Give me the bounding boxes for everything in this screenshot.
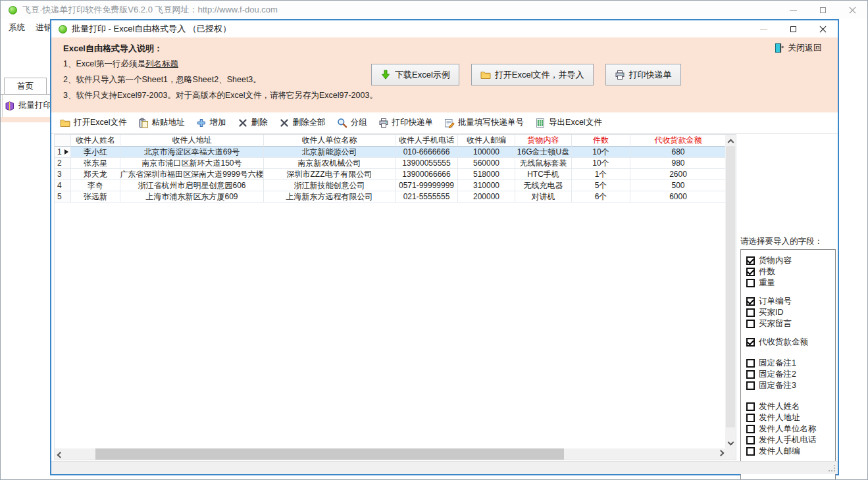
grid-cell[interactable]: 张远新 (71, 191, 120, 203)
tab-home[interactable]: 首页 (4, 78, 47, 95)
minimize-button[interactable] (779, 1, 808, 19)
table-row[interactable]: 3郑天龙广东省深圳市福田区深南大道9999号六楼深圳市ZZZ电子有限公司1390… (55, 169, 727, 180)
field-checkbox-item[interactable]: 买家ID (746, 307, 835, 318)
vertical-scrollbar[interactable] (725, 135, 736, 450)
grid-cell[interactable]: 16G金士顿U盘 (515, 147, 572, 158)
checkbox-icon[interactable] (746, 425, 755, 433)
grid-cell[interactable]: 310000 (458, 180, 515, 191)
grid-cell[interactable]: 518000 (458, 169, 515, 180)
sidebar-item-batch-print[interactable]: 批量打印 (5, 100, 51, 111)
grid-cell[interactable]: 680 (630, 147, 727, 158)
grid-cell[interactable]: HTC手机 (515, 169, 572, 180)
grid-cell[interactable]: 5个 (572, 180, 630, 191)
grid-cell[interactable]: 北京新能源公司 (264, 147, 396, 158)
grid-cell[interactable]: 500 (630, 180, 727, 191)
horizontal-scrollbar[interactable] (55, 448, 727, 460)
toolbar-button[interactable]: 打开Excel文件 (60, 117, 127, 128)
grid-cell[interactable]: 010-6666666 (396, 147, 458, 158)
dialog-close-button[interactable] (808, 20, 838, 37)
grid-cell[interactable]: 980 (630, 158, 727, 169)
toolbar-button[interactable]: 粘贴地址 (138, 117, 185, 128)
close-button[interactable] (838, 1, 867, 19)
field-checkbox-item[interactable]: 发件人手机电话 (746, 435, 835, 446)
field-checkbox-item[interactable]: 固定备注2 (746, 369, 835, 380)
grid-cell[interactable]: 10个 (572, 158, 630, 169)
dialog-minimize-button[interactable] (749, 20, 779, 37)
checkbox-icon[interactable] (746, 447, 755, 456)
table-row[interactable]: 1李小红北京市海淀区幸福大道69号北京新能源公司010-666666610000… (55, 147, 727, 158)
grid-cell[interactable]: 广东省深圳市福田区深南大道9999号六楼 (120, 169, 264, 180)
table-row[interactable]: 5张远新上海市浦东新区东方厦609上海新东方远程有限公司021-55555552… (55, 191, 727, 203)
scroll-left-button[interactable] (55, 448, 66, 460)
checkbox-checked-icon[interactable] (746, 268, 755, 276)
checkbox-icon[interactable] (746, 436, 755, 444)
maximize-button[interactable] (808, 1, 838, 19)
grid-cell[interactable]: 李小红 (71, 147, 120, 158)
horizontal-scroll-thumb[interactable] (95, 448, 564, 460)
checkbox-icon[interactable] (746, 359, 755, 368)
grid-cell[interactable]: 10个 (572, 147, 630, 158)
grid-cell[interactable]: 6个 (572, 191, 630, 203)
grid-cell[interactable]: 无线充电器 (515, 180, 572, 191)
checkbox-icon[interactable] (746, 279, 755, 287)
checkbox-icon[interactable] (746, 402, 755, 411)
grid-cell[interactable]: 无线鼠标套装 (515, 158, 572, 169)
field-checkbox-item[interactable]: 买家留言 (746, 318, 835, 329)
grid-cell[interactable]: 1个 (572, 169, 630, 180)
field-checkbox-item[interactable]: 发件人地址 (746, 412, 835, 423)
table-row[interactable]: 4李奇浙江省杭州市启明星创意园606浙江新技能创意公司0571-99999999… (55, 180, 727, 191)
grid-cell[interactable]: 100000 (458, 147, 515, 158)
toolbar-button[interactable]: 批量填写快递单号 (444, 117, 524, 128)
field-checkbox-item[interactable]: 代收货款金额 (746, 337, 835, 348)
action-button[interactable]: 下载Excel示例 (371, 64, 459, 85)
grid-cell[interactable]: 560000 (458, 158, 515, 169)
grid-cell[interactable]: 南京市浦口区新环大道150号 (120, 158, 264, 169)
toolbar-button[interactable]: 删除 (238, 117, 268, 128)
field-checkbox-item[interactable]: 件数 (746, 266, 835, 277)
grid-cell[interactable]: 张东星 (71, 158, 120, 169)
toolbar-button[interactable]: 分组 (337, 117, 367, 128)
field-checkbox-item[interactable]: 固定备注3 (746, 380, 835, 391)
checkbox-icon[interactable] (746, 320, 755, 328)
grid-cell[interactable]: 上海新东方远程有限公司 (264, 191, 396, 203)
toolbar-button[interactable]: 导出Excel文件 (535, 117, 602, 128)
field-checkbox-item[interactable]: 重量 (746, 277, 835, 289)
checkbox-checked-icon[interactable] (746, 338, 755, 347)
grid-cell[interactable]: 郑天龙 (71, 169, 120, 180)
action-button[interactable]: 打开Excel文件，并导入 (471, 64, 594, 85)
dialog-maximize-button[interactable] (779, 20, 808, 37)
field-checkbox-item[interactable]: 发件人单位名称 (746, 423, 835, 435)
toolbar-button[interactable]: 删除全部 (279, 117, 326, 128)
grid-cell[interactable]: 浙江省杭州市启明星创意园606 (120, 180, 264, 191)
field-checkbox-item[interactable]: 发件人邮编 (746, 446, 835, 457)
checkbox-icon[interactable] (746, 414, 755, 422)
action-button[interactable]: 打印快递单 (605, 64, 681, 85)
field-checkbox-item[interactable]: 订单编号 (746, 296, 835, 307)
grid-cell[interactable]: 13900066666 (396, 169, 458, 180)
field-checkbox-item[interactable]: 发件人姓名 (746, 401, 835, 412)
menu-item-0[interactable]: 系统 (9, 22, 25, 34)
field-checkbox-item[interactable]: 固定备注1 (746, 358, 835, 369)
checkbox-checked-icon[interactable] (746, 297, 755, 306)
grid-cell[interactable]: 021-5555555 (396, 191, 458, 203)
grid-cell[interactable]: 深圳市ZZZ电子有限公司 (264, 169, 396, 180)
field-checkbox-item[interactable]: 货物内容 (746, 255, 835, 266)
grid-cell[interactable]: 0571-99999999 (396, 180, 458, 191)
grid-cell[interactable]: 李奇 (71, 180, 120, 191)
grid-cell[interactable]: 对讲机 (515, 191, 572, 203)
resize-grip-icon[interactable] (828, 464, 835, 471)
grid-cell[interactable]: 南京新农机械公司 (264, 158, 396, 169)
toolbar-button[interactable]: 增加 (196, 117, 226, 128)
grid-cell[interactable]: 浙江新技能创意公司 (264, 180, 396, 191)
grid-cell[interactable]: 6000 (630, 191, 727, 203)
grid-cell[interactable]: 2600 (630, 169, 727, 180)
vertical-scroll-thumb[interactable] (726, 146, 735, 427)
grid-cell[interactable]: 北京市海淀区幸福大道69号 (120, 147, 264, 158)
close-return-button[interactable]: 关闭返回 (774, 42, 822, 54)
checkbox-checked-icon[interactable] (746, 256, 755, 265)
grid-cell[interactable]: 200000 (458, 191, 515, 203)
scroll-up-button[interactable] (725, 135, 736, 146)
grid-cell[interactable]: 上海市浦东新区东方厦609 (120, 191, 264, 203)
toolbar-button[interactable]: 打印快递单 (378, 117, 434, 128)
checkbox-icon[interactable] (746, 308, 755, 317)
